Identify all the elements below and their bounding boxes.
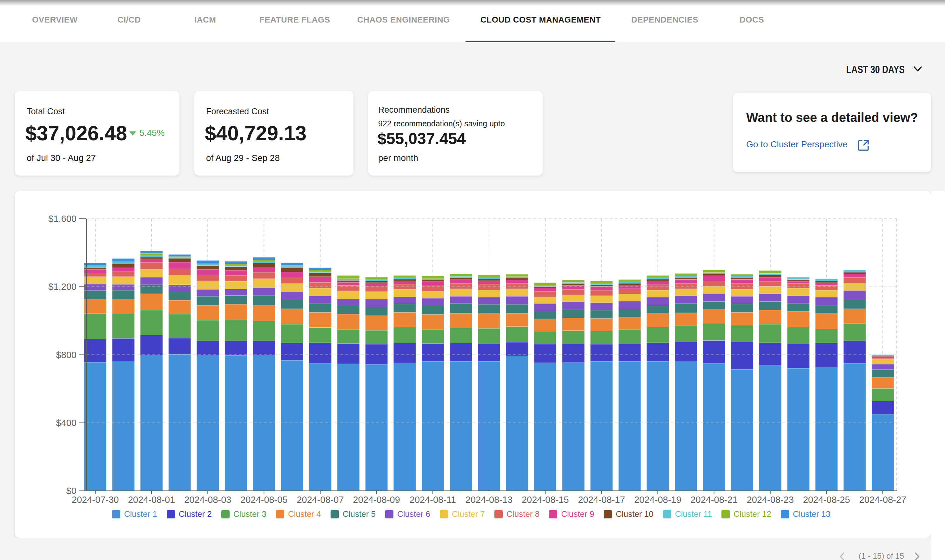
svg-text:2024-08-19: 2024-08-19 [634,495,681,505]
svg-text:$800: $800 [56,350,77,360]
svg-text:$1,600: $1,600 [48,214,77,224]
svg-text:$1,200: $1,200 [48,282,77,292]
svg-text:2024-08-17: 2024-08-17 [578,495,625,505]
svg-text:2024-08-03: 2024-08-03 [184,495,231,505]
svg-text:2024-08-01: 2024-08-01 [128,495,175,505]
svg-text:2024-08-05: 2024-08-05 [240,495,287,505]
svg-text:2024-08-07: 2024-08-07 [297,495,343,505]
svg-text:2024-08-13: 2024-08-13 [465,495,513,505]
svg-text:2024-07-30: 2024-07-30 [72,495,119,505]
svg-text:2024-08-23: 2024-08-23 [747,495,794,505]
svg-text:2024-08-11: 2024-08-11 [409,495,456,505]
svg-text:2024-08-15: 2024-08-15 [522,495,569,505]
svg-text:2024-08-25: 2024-08-25 [803,495,850,505]
svg-text:2024-08-09: 2024-08-09 [353,495,400,505]
svg-text:$400: $400 [56,418,77,428]
svg-text:2024-08-21: 2024-08-21 [690,495,737,505]
svg-text:2024-08-27: 2024-08-27 [859,495,906,505]
